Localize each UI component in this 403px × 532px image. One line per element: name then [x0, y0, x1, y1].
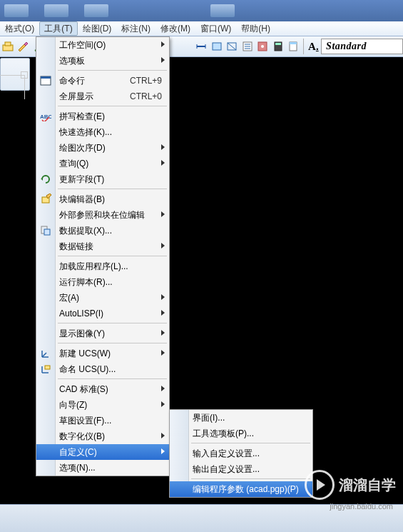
- menu-format[interactable]: 格式(O): [0, 21, 39, 36]
- mi-autolisp[interactable]: AutoLISP(I): [36, 306, 169, 321]
- tool-list-icon[interactable]: [240, 39, 254, 54]
- mi-workspace[interactable]: 工作空间(O): [36, 37, 169, 53]
- svg-rect-1: [5, 42, 11, 46]
- smi-editpgp[interactable]: 编辑程序参数 (acad.pgp)(P): [170, 481, 312, 497]
- mi-dataextract[interactable]: 数据提取(X)...: [36, 223, 169, 239]
- mi-cadstd[interactable]: CAD 标准(S): [36, 381, 169, 397]
- smi-toolpalettes[interactable]: 工具选项板(P)...: [170, 426, 312, 441]
- tool-area-icon[interactable]: [210, 39, 223, 54]
- menu-window[interactable]: 窗口(W): [195, 21, 236, 36]
- svg-rect-20: [44, 229, 50, 235]
- mi-fullscreen[interactable]: 全屏显示CTRL+0: [36, 89, 169, 104]
- mi-quickselect[interactable]: 快速选择(K)...: [36, 124, 169, 140]
- window-titlebar: [0, 0, 403, 21]
- svg-rect-16: [41, 76, 51, 79]
- menu-draw[interactable]: 绘图(D): [78, 21, 117, 36]
- menu-tools[interactable]: 工具(T): [39, 21, 77, 36]
- tool-icon-2[interactable]: [16, 39, 29, 54]
- svg-rect-21: [45, 366, 50, 369]
- mi-commandline[interactable]: 命令行CTRL+9: [36, 73, 169, 89]
- watermark-sub: jingyan.baidu.com: [330, 502, 393, 511]
- mi-datalinks[interactable]: 数据链接: [36, 239, 169, 254]
- mi-tablet[interactable]: 数字化仪(B): [36, 428, 169, 444]
- mi-palettes[interactable]: 选项板: [36, 53, 169, 69]
- mi-draworder[interactable]: 绘图次序(D): [36, 140, 169, 156]
- tool-calc-icon[interactable]: [271, 39, 285, 54]
- svg-text:ABC: ABC: [40, 114, 51, 120]
- mi-macro[interactable]: 宏(A): [36, 290, 169, 306]
- menubar: 格式(O) 工具(T) 绘图(D) 标注(N) 修改(M) 窗口(W) 帮助(H…: [0, 21, 403, 36]
- customize-submenu: 界面(I)... 工具选项板(P)... 输入自定义设置... 输出自定义设置.…: [169, 409, 313, 498]
- menu-help[interactable]: 帮助(H): [236, 21, 275, 36]
- updatefields-icon: [36, 171, 55, 187]
- spellcheck-icon: ABC: [36, 109, 55, 124]
- mi-customize[interactable]: 自定义(C): [36, 444, 169, 460]
- tools-menu: 工作空间(O) 选项板 命令行CTRL+9 全屏显示CTRL+0 ABC拼写检查…: [36, 36, 170, 476]
- tool-sheet-icon[interactable]: [286, 39, 300, 54]
- dataextract-icon: [36, 223, 55, 239]
- svg-point-10: [261, 45, 264, 48]
- mi-runscript[interactable]: 运行脚本(R)...: [36, 274, 169, 290]
- svg-rect-2: [213, 43, 221, 50]
- mi-draftsettings[interactable]: 草图设置(F)...: [36, 413, 169, 428]
- mi-newucs[interactable]: 新建 UCS(W): [36, 346, 169, 361]
- tool-region-icon[interactable]: [225, 39, 238, 54]
- crosshair-vertical: [24, 75, 25, 99]
- mi-xref-inplace[interactable]: 外部参照和块在位编辑: [36, 207, 169, 223]
- svg-line-4: [228, 43, 236, 50]
- tool-icon-1[interactable]: [1, 39, 14, 54]
- mi-spellcheck[interactable]: ABC拼写检查(E): [36, 109, 169, 124]
- smi-interface[interactable]: 界面(I)...: [170, 410, 312, 426]
- text-style-icon[interactable]: A.: [307, 39, 320, 54]
- mi-options[interactable]: 选项(N)...: [36, 460, 169, 476]
- menu-dimension[interactable]: 标注(N): [116, 21, 155, 36]
- smi-exportcustom[interactable]: 输出自定义设置...: [170, 461, 312, 477]
- svg-rect-12: [275, 43, 281, 45]
- mi-inquiry[interactable]: 查询(Q): [36, 156, 169, 171]
- mi-wizards[interactable]: 向导(Z): [36, 397, 169, 413]
- blockeditor-icon: [36, 191, 55, 207]
- text-style-dropdown[interactable]: Standard: [321, 39, 403, 54]
- smi-importcustom[interactable]: 输入自定义设置...: [170, 446, 312, 461]
- mi-loadapp[interactable]: 加载应用程序(L)...: [36, 259, 169, 274]
- watermark: 溜溜自学: [305, 470, 396, 500]
- tool-distance-icon[interactable]: [194, 39, 208, 54]
- tool-point-icon[interactable]: [255, 39, 269, 54]
- mi-blockeditor[interactable]: 块编辑器(B): [36, 191, 169, 207]
- named-ucs-icon: [36, 361, 55, 377]
- menu-modify[interactable]: 修改(M): [155, 21, 195, 36]
- crosshair-pickbox: [21, 71, 28, 79]
- commandline-icon: [36, 73, 55, 89]
- mi-displayimage[interactable]: 显示图像(Y): [36, 326, 169, 341]
- mi-namedocs[interactable]: 命名 UCS(U)...: [36, 361, 169, 377]
- svg-rect-14: [290, 42, 297, 44]
- mi-updatefields[interactable]: 更新字段(T): [36, 171, 169, 187]
- ucs-icon: [36, 346, 55, 361]
- play-icon: [305, 470, 335, 500]
